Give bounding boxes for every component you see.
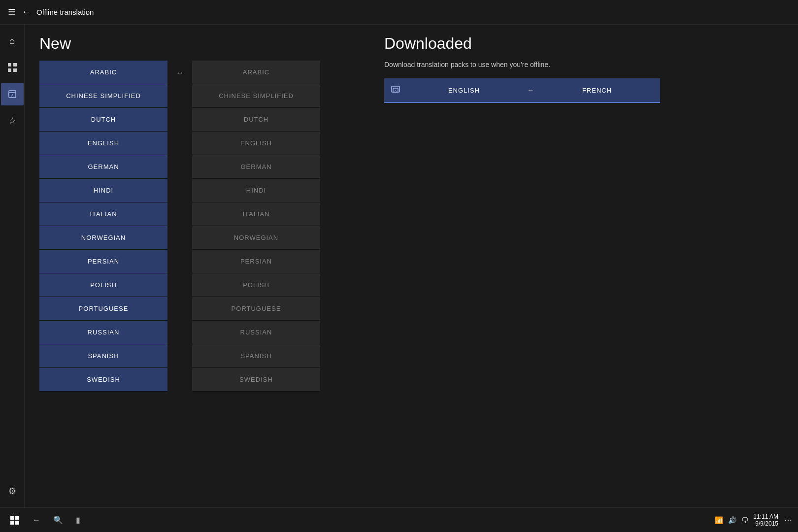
taskbar-tablet-button[interactable]: ▮ [72, 513, 84, 527]
hamburger-icon[interactable]: ☰ [8, 7, 16, 18]
title-bar: ☰ ← Offline translation [0, 0, 798, 25]
lang-item-right-9[interactable]: POLISH [192, 273, 320, 297]
downloaded-description: Download translation packs to use when y… [384, 61, 783, 68]
taskbar-left: ← 🔍 ▮ [6, 511, 84, 529]
pack-from-language: ENGLISH [407, 87, 521, 94]
lang-item-left-5[interactable]: HINDI [39, 179, 167, 202]
new-section: New ARABICCHINESE SIMPLIFIEDDUTCHENGLISH… [39, 34, 365, 498]
lang-item-right-5[interactable]: HINDI [192, 179, 320, 202]
lang-item-right-8[interactable]: PERSIAN [192, 250, 320, 273]
taskbar: ← 🔍 ▮ 📶 🔊 🗨 11:11 AM 9/9/2015 ⋯ [0, 507, 798, 532]
lang-item-right-2[interactable]: DUTCH [192, 108, 320, 132]
lang-item-left-0[interactable]: ARABIC [39, 61, 167, 84]
taskbar-date: 9/9/2015 [753, 520, 778, 527]
lang-item-right-10[interactable]: PORTUGUESE [192, 297, 320, 321]
downloaded-section: Downloaded Download translation packs to… [384, 34, 783, 498]
volume-icon: 🔊 [728, 516, 736, 524]
sidebar-item-translate[interactable]: A [1, 83, 24, 105]
lang-item-right-11[interactable]: RUSSIAN [192, 321, 320, 344]
lang-item-left-1[interactable]: CHINESE SIMPLIFIED [39, 84, 167, 108]
sidebar-item-settings[interactable]: ⚙ [1, 480, 24, 502]
new-section-title: New [39, 34, 365, 53]
lang-item-left-4[interactable]: GERMAN [39, 155, 167, 179]
lang-item-right-0[interactable]: ARABIC [192, 61, 320, 84]
pack-arrow-icon: ↔ [527, 86, 534, 94]
lang-item-left-2[interactable]: DUTCH [39, 108, 167, 132]
svg-rect-1 [13, 63, 17, 66]
lang-item-right-3[interactable]: ENGLISH [192, 132, 320, 155]
lang-item-right-13[interactable]: SWEDISH [192, 368, 320, 392]
network-icon: 📶 [715, 516, 723, 524]
svg-text:A: A [11, 94, 13, 97]
svg-text:A: A [395, 89, 397, 92]
pack-icon: A [390, 84, 401, 97]
lang-item-left-8[interactable]: PERSIAN [39, 250, 167, 273]
downloaded-pack[interactable]: A ENGLISH ↔ FRENCH [384, 78, 660, 103]
svg-rect-0 [8, 63, 11, 66]
sidebar-item-favorites[interactable]: ☆ [1, 109, 24, 132]
lang-item-right-7[interactable]: NORWEGIAN [192, 226, 320, 250]
lang-item-left-3[interactable]: ENGLISH [39, 132, 167, 155]
arrow-column: ↔ [167, 61, 192, 498]
lang-item-left-10[interactable]: PORTUGUESE [39, 297, 167, 321]
lang-item-left-13[interactable]: SWEDISH [39, 368, 167, 392]
taskbar-search-button[interactable]: 🔍 [49, 513, 67, 527]
taskbar-right-area: 📶 🔊 🗨 11:11 AM 9/9/2015 ⋯ [84, 513, 792, 527]
lang-item-left-12[interactable]: SPANISH [39, 344, 167, 368]
sidebar-item-home[interactable]: ⌂ [1, 30, 24, 52]
languages-container: ARABICCHINESE SIMPLIFIEDDUTCHENGLISHGERM… [39, 61, 365, 498]
lang-item-right-4[interactable]: GERMAN [192, 155, 320, 179]
lang-item-right-12[interactable]: SPANISH [192, 344, 320, 368]
lang-item-left-6[interactable]: ITALIAN [39, 202, 167, 226]
more-options-icon[interactable]: ⋯ [784, 515, 792, 525]
lang-item-left-11[interactable]: RUSSIAN [39, 321, 167, 344]
lang-column-right: ARABICCHINESE SIMPLIFIEDDUTCHENGLISHGERM… [192, 61, 320, 498]
page-title: Offline translation [36, 8, 94, 16]
lang-item-right-6[interactable]: ITALIAN [192, 202, 320, 226]
pack-to-language: FRENCH [540, 87, 654, 94]
sidebar: ⌂ A ☆ ⚙ [0, 25, 25, 507]
system-icons: 📶 🔊 🗨 [715, 516, 748, 524]
taskbar-clock: 11:11 AM 9/9/2015 [753, 513, 778, 527]
taskbar-time: 11:11 AM [753, 513, 778, 520]
main-container: ⌂ A ☆ ⚙ New ARABICCHINESE SIMP [0, 25, 798, 507]
lang-item-left-9[interactable]: POLISH [39, 273, 167, 297]
svg-rect-2 [8, 68, 11, 72]
downloaded-section-title: Downloaded [384, 34, 783, 53]
back-icon[interactable]: ← [22, 7, 31, 17]
taskbar-back-button[interactable]: ← [29, 514, 44, 527]
start-button[interactable] [6, 511, 24, 529]
swap-arrow-icon[interactable]: ↔ [176, 61, 184, 85]
svg-rect-3 [13, 68, 17, 72]
sidebar-item-apps[interactable] [1, 56, 24, 79]
lang-item-left-7[interactable]: NORWEGIAN [39, 226, 167, 250]
lang-item-right-1[interactable]: CHINESE SIMPLIFIED [192, 84, 320, 108]
content-area: New ARABICCHINESE SIMPLIFIEDDUTCHENGLISH… [25, 25, 798, 507]
notification-icon: 🗨 [741, 516, 748, 524]
lang-column-left: ARABICCHINESE SIMPLIFIEDDUTCHENGLISHGERM… [39, 61, 167, 498]
